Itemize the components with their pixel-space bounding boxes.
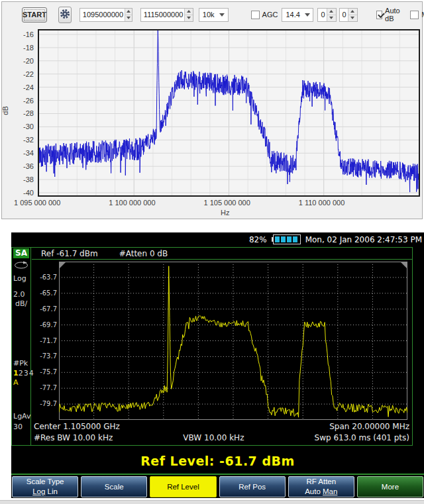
auto-db-checkbox[interactable]: Auto dB xyxy=(376,7,403,23)
settings-button[interactable] xyxy=(58,7,72,23)
average-type-readout: LgAv xyxy=(13,412,31,421)
battery-percent: 82% xyxy=(249,235,267,244)
continuous-sweep-icon xyxy=(13,261,29,272)
y-tick-label: -28 xyxy=(3,109,34,117)
gear-icon xyxy=(59,8,71,22)
fft-size-value: 10k xyxy=(203,11,215,19)
x-tick-label: 1 095 000 000 xyxy=(14,199,60,207)
freq-start-spin-arrows[interactable] xyxy=(125,9,132,21)
x-tick-label: 1 105 000 000 xyxy=(204,199,250,207)
y-tick-label: -32 xyxy=(3,136,34,144)
offset-b-value: 0 xyxy=(340,9,348,21)
softkey-label: RF Atten xyxy=(306,477,336,487)
x-tick-label: 1 110 000 000 xyxy=(299,199,345,207)
graticule-db-label: -77.7 xyxy=(32,384,57,391)
sdr-toolbar: START 1095000000 1115000000 10k A xyxy=(2,2,422,27)
peak-readout: #Pk xyxy=(13,359,28,368)
sdr-trace-svg xyxy=(39,30,419,195)
gain-dropdown[interactable]: 14.4 xyxy=(282,8,313,22)
center-freq-readout: Center 1.105000 GHz xyxy=(34,422,120,431)
status-bar: 82% Mon, 02 Jan 2006 2:47:53 PM xyxy=(11,232,424,246)
y-tick-label: -18 xyxy=(3,44,34,52)
offset-b-spin-arrows[interactable] xyxy=(348,9,357,21)
softkey-ref-pos[interactable]: Ref Pos xyxy=(219,476,286,497)
softkey-row: Scale Type Log Lin Scale Ref Level Ref P… xyxy=(12,476,423,497)
offset-a-spinner[interactable]: 0 xyxy=(317,8,336,22)
agc-label: AGC xyxy=(262,11,278,19)
ref-level-readout: Ref -61.7 dBm xyxy=(41,249,98,258)
spectrum-analyzer-panel: 82% Mon, 02 Jan 2006 2:47:53 PM SA Log 2… xyxy=(11,232,424,498)
average-count: 30 xyxy=(13,423,23,431)
softkey-ref-level[interactable]: Ref Level xyxy=(150,476,216,497)
mode-badge: SA xyxy=(13,248,29,258)
graticule-area xyxy=(59,262,407,420)
ref-level-banner: Ref Level: -61.7 dBm xyxy=(11,449,424,472)
auto-db-checkbox-box[interactable] xyxy=(376,11,382,19)
freq-start-spinner[interactable]: 1095000000 xyxy=(80,8,132,22)
active-trace-number: 1 xyxy=(13,369,19,378)
datetime-text: Mon, 02 Jan 2006 2:47:53 PM xyxy=(305,235,422,244)
softkey-scale[interactable]: Scale xyxy=(81,476,147,497)
chevron-down-icon xyxy=(305,13,310,17)
y-tick-label: -16 xyxy=(3,30,34,38)
battery-icon xyxy=(272,234,301,244)
softkey-sublabel: Auto Man xyxy=(305,487,337,497)
graticule-db-label: -65.7 xyxy=(32,289,57,297)
vbw-readout: VBW 10.00 kHz xyxy=(183,433,244,442)
freq-start-value: 1095000000 xyxy=(80,9,125,21)
atten-readout: #Atten 0 dB xyxy=(119,249,168,258)
page-bottom-strip xyxy=(0,500,424,504)
y-tick-label: -34 xyxy=(3,149,34,157)
freq-stop-value: 1115000000 xyxy=(141,9,185,21)
sdr-spectrum-plot[interactable] xyxy=(38,29,420,197)
offset-b-spinner[interactable]: 0 xyxy=(339,8,358,22)
freq-stop-spinner[interactable]: 1115000000 xyxy=(140,8,193,22)
graticule-db-label: -69.7 xyxy=(32,321,57,328)
softkey-label: Ref Level xyxy=(167,482,199,492)
x-axis-title: Hz xyxy=(221,209,229,217)
y-tick-label: -20 xyxy=(3,57,34,65)
agc-checkbox-box[interactable] xyxy=(251,11,260,19)
y-tick-label: -26 xyxy=(3,97,34,105)
sdr-app-window: START 1095000000 1115000000 10k A xyxy=(1,1,423,219)
maximums-checkbox-box[interactable] xyxy=(410,11,419,19)
ref-level-banner-text: Ref Level: -61.7 dBm xyxy=(140,454,295,468)
graticule-db-label: -63.7 xyxy=(32,274,57,281)
y-tick-label: -30 xyxy=(3,123,34,130)
softkey-label: Scale Type xyxy=(26,477,64,487)
softkey-rf-atten[interactable]: RF Atten Auto Man xyxy=(288,476,354,497)
y-tick-label: -22 xyxy=(3,70,34,78)
softkey-more[interactable]: More xyxy=(357,476,423,497)
softkey-label: More xyxy=(382,482,399,492)
maximums-label: Maximums xyxy=(421,11,424,19)
y-tick-label: -38 xyxy=(3,176,34,183)
auto-db-label: Auto dB xyxy=(385,7,402,23)
annotation-row-2: #Res BW 10.00 kHz VBW 10.00 kHz Swp 613.… xyxy=(32,433,411,442)
graticule-db-label: -73.7 xyxy=(32,352,57,360)
analyzer-screen: SA Log 2.0 dB/ #Pk 1234 A LgAv 30 Ref -6… xyxy=(11,247,413,446)
y-tick-label: -40 xyxy=(3,189,34,197)
start-button[interactable]: START xyxy=(22,7,47,23)
scale-per-div-unit: dB/ xyxy=(15,299,27,308)
softkey-label: Ref Pos xyxy=(238,482,266,492)
agc-checkbox[interactable]: AGC xyxy=(251,11,278,19)
chevron-down-icon xyxy=(219,13,225,17)
y-tick-label: -36 xyxy=(3,162,34,170)
maximums-checkbox[interactable]: Maximums xyxy=(410,11,424,19)
fft-size-dropdown[interactable]: 10k xyxy=(199,8,229,22)
graticule-db-label: -79.7 xyxy=(32,400,57,407)
offset-a-spin-arrows[interactable] xyxy=(327,9,336,21)
analyzer-trace-svg xyxy=(59,262,407,420)
trace-numbers: 1234 xyxy=(13,369,34,378)
graticule-db-label: -75.7 xyxy=(32,368,57,376)
ref-level-row: Ref -61.7 dBm #Atten 0 dB xyxy=(32,248,413,260)
trace-letter: A xyxy=(13,378,19,387)
freq-stop-spin-arrows[interactable] xyxy=(184,9,192,21)
softkey-scale-type[interactable]: Scale Type Log Lin xyxy=(12,476,78,497)
softkey-label: Scale xyxy=(105,482,124,492)
offset-a-value: 0 xyxy=(318,9,326,21)
annotation-row-1: Center 1.105000 GHz Span 20.00000 MHz xyxy=(32,422,411,431)
scale-per-div-value: 2.0 xyxy=(13,290,25,299)
analyzer-sidebar: SA Log 2.0 dB/ #Pk 1234 A LgAv 30 xyxy=(12,248,31,445)
span-readout: Span 20.00000 MHz xyxy=(329,422,409,431)
